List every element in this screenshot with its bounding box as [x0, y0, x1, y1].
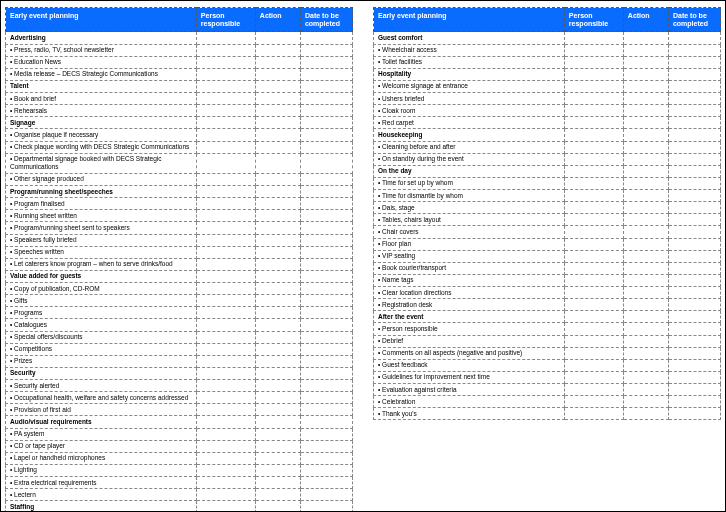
- item-label: Cleaning before and after: [374, 141, 565, 153]
- empty-cell: [300, 331, 352, 343]
- item-label: Debrief: [374, 335, 565, 347]
- empty-cell: [623, 274, 668, 286]
- empty-cell: [300, 198, 352, 210]
- item-row: Programs: [6, 307, 353, 319]
- empty-cell: [255, 440, 300, 452]
- empty-cell: [564, 105, 623, 117]
- empty-cell: [623, 287, 668, 299]
- empty-cell: [255, 258, 300, 270]
- item-label: Security alerted: [6, 380, 197, 392]
- section-label: Signage: [6, 117, 197, 129]
- item-label: Program finalised: [6, 198, 197, 210]
- empty-cell: [255, 105, 300, 117]
- empty-cell: [668, 311, 720, 323]
- section-row: Staffing: [6, 501, 353, 512]
- empty-cell: [196, 440, 255, 452]
- empty-cell: [196, 477, 255, 489]
- empty-cell: [196, 355, 255, 367]
- empty-cell: [623, 238, 668, 250]
- empty-cell: [564, 262, 623, 274]
- section-row: On the day: [374, 165, 721, 177]
- empty-cell: [564, 153, 623, 165]
- item-row: Evaluation against criteria: [374, 384, 721, 396]
- item-label: Cloak room: [374, 105, 565, 117]
- item-label: Registration desk: [374, 299, 565, 311]
- item-label: Prizes: [6, 355, 197, 367]
- empty-cell: [300, 464, 352, 476]
- empty-cell: [668, 68, 720, 80]
- empty-cell: [623, 226, 668, 238]
- empty-cell: [255, 270, 300, 282]
- empty-cell: [255, 367, 300, 379]
- empty-cell: [255, 343, 300, 355]
- item-row: Extra electrical requirements: [6, 477, 353, 489]
- empty-cell: [668, 274, 720, 286]
- header-person: Person responsible: [564, 8, 623, 32]
- item-row: Provision of first aid: [6, 404, 353, 416]
- empty-cell: [196, 129, 255, 141]
- empty-cell: [564, 177, 623, 189]
- item-row: Clear location directions: [374, 287, 721, 299]
- empty-cell: [255, 186, 300, 198]
- empty-cell: [300, 173, 352, 185]
- empty-cell: [623, 323, 668, 335]
- item-label: Extra electrical requirements: [6, 477, 197, 489]
- item-label: On standby during the event: [374, 153, 565, 165]
- empty-cell: [255, 283, 300, 295]
- empty-cell: [623, 311, 668, 323]
- empty-cell: [668, 177, 720, 189]
- section-row: Audio/visual requirements: [6, 416, 353, 428]
- item-row: Cloak room: [374, 105, 721, 117]
- section-row: Talent: [6, 80, 353, 92]
- empty-cell: [564, 396, 623, 408]
- empty-cell: [564, 371, 623, 383]
- item-label: Copy of publication, CD-ROM: [6, 283, 197, 295]
- section-label: On the day: [374, 165, 565, 177]
- item-label: Competitions: [6, 343, 197, 355]
- empty-cell: [255, 80, 300, 92]
- empty-cell: [564, 80, 623, 92]
- empty-cell: [623, 117, 668, 129]
- item-row: Program/running sheet sent to speakers: [6, 222, 353, 234]
- empty-cell: [623, 44, 668, 56]
- empty-cell: [564, 287, 623, 299]
- empty-cell: [668, 396, 720, 408]
- empty-cell: [196, 56, 255, 68]
- empty-cell: [623, 335, 668, 347]
- item-row: Speeches written: [6, 246, 353, 258]
- item-label: Lighting: [6, 464, 197, 476]
- item-row: Security alerted: [6, 380, 353, 392]
- header-row: Early event planning Person responsible …: [374, 8, 721, 32]
- empty-cell: [196, 198, 255, 210]
- empty-cell: [623, 214, 668, 226]
- item-label: Other signage produced: [6, 173, 197, 185]
- empty-cell: [668, 56, 720, 68]
- item-row: Time for set up by whom: [374, 177, 721, 189]
- empty-cell: [255, 464, 300, 476]
- empty-cell: [255, 355, 300, 367]
- empty-cell: [255, 93, 300, 105]
- section-row: Security: [6, 367, 353, 379]
- empty-cell: [300, 80, 352, 92]
- empty-cell: [196, 68, 255, 80]
- empty-cell: [300, 93, 352, 105]
- header-main: Early event planning: [374, 8, 565, 32]
- page-left: Early event planning Person responsible …: [5, 7, 353, 505]
- empty-cell: [196, 295, 255, 307]
- empty-cell: [300, 117, 352, 129]
- empty-cell: [196, 307, 255, 319]
- empty-cell: [623, 165, 668, 177]
- item-row: Education News: [6, 56, 353, 68]
- empty-cell: [300, 295, 352, 307]
- empty-cell: [623, 141, 668, 153]
- checklist-table-right: Early event planning Person responsible …: [373, 7, 721, 420]
- item-label: Media release – DECS Strategic Communica…: [6, 68, 197, 80]
- item-label: Occupational health, welfare and safety …: [6, 392, 197, 404]
- empty-cell: [196, 258, 255, 270]
- empty-cell: [564, 238, 623, 250]
- section-row: Hospitality: [374, 68, 721, 80]
- section-row: Guest comfort: [374, 32, 721, 44]
- item-label: Guest feedback: [374, 359, 565, 371]
- empty-cell: [300, 234, 352, 246]
- empty-cell: [623, 202, 668, 214]
